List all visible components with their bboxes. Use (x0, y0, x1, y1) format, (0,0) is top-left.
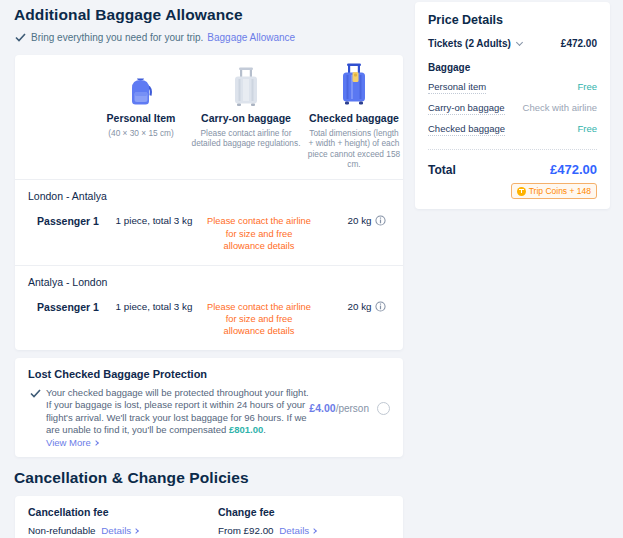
passenger-row: Passenger 1 1 piece, total 3 kg Please c… (28, 215, 390, 251)
chevron-right-icon (93, 440, 99, 446)
total-value: £472.00 (550, 162, 597, 177)
price-unit: /person (336, 403, 369, 414)
route-label: London - Antalya (28, 190, 390, 202)
checked-allowance: 20 kg (318, 301, 416, 312)
lost-protection-price-area: £4.00/person (309, 368, 390, 448)
check-icon (15, 33, 26, 42)
change-fee-value: From £92.00 Details (218, 525, 316, 536)
type-desc: Please contact airline for detailed bagg… (187, 128, 305, 149)
passenger-name: Passenger 1 (28, 301, 108, 313)
personal-item-allowance: 1 piece, total 3 kg (108, 215, 200, 226)
baggage-allowance-card: Personal Item (40 × 30 × 15 cm) (15, 55, 403, 350)
price-details-title: Price Details (428, 13, 597, 27)
passenger-row: Passenger 1 1 piece, total 3 kg Please c… (28, 301, 390, 337)
chevron-right-icon (133, 528, 139, 534)
tickets-row: Tickets (2 Adults) £472.00 (428, 38, 597, 49)
tickets-text: Tickets (2 Adults) (428, 38, 511, 49)
segment-antalya-london: Antalya - London Passenger 1 1 piece, to… (15, 266, 403, 350)
segment-london-antalya: London - Antalya Passenger 1 1 piece, to… (15, 180, 403, 264)
type-desc: Total dimensions (length + width + heigh… (305, 128, 403, 169)
chevron-down-icon[interactable] (516, 39, 523, 46)
dotted-divider (428, 149, 597, 150)
fees-card: Cancellation fee Non-refundable Details … (15, 496, 403, 538)
compensation-amount: £801.00 (229, 424, 263, 435)
trip-coins-badge[interactable]: Trip Coins + 148 (511, 183, 597, 199)
price-item-row: Carry-on baggage Check with airline (428, 102, 597, 115)
checked-suitcase-icon (305, 61, 403, 107)
type-carry-on: Carry-on baggage Please contact airline … (187, 61, 305, 169)
details-label[interactable]: Details (101, 525, 131, 536)
trip-coins-label: Trip Coins + 148 (529, 186, 591, 196)
total-row: Total £472.00 (428, 162, 597, 177)
coin-icon (517, 187, 526, 196)
protection-radio[interactable] (377, 402, 390, 415)
type-name: Personal Item (95, 112, 187, 124)
change-details-link[interactable]: Details (279, 525, 316, 536)
baggage-subtitle: Bring everything you need for your trip.… (15, 32, 403, 43)
baggage-subtitle-text: Bring everything you need for your trip. (31, 32, 203, 43)
carry-on-allowance-note: Please contact the airline for size and … (200, 215, 318, 251)
personal-item-allowance: 1 piece, total 3 kg (108, 301, 200, 312)
change-fee-text: From £92.00 (218, 525, 274, 536)
personal-item-value: Free (577, 81, 597, 92)
baggage-types-header: Personal Item (40 × 30 × 15 cm) (15, 55, 403, 179)
desc-part-2: . (263, 424, 266, 435)
checked-baggage-label: Checked baggage (428, 123, 505, 136)
price-details-card: Price Details Tickets (2 Adults) £472.00… (415, 2, 610, 209)
cancellation-fee-value: Non-refundable Details (28, 525, 218, 536)
info-icon[interactable] (375, 301, 386, 312)
carry-on-value: Check with airline (523, 102, 597, 113)
change-fee-label: Change fee (218, 506, 316, 518)
lost-protection-description: Your checked baggage will be protected t… (28, 387, 309, 436)
cancellation-details-link[interactable]: Details (101, 525, 138, 536)
chevron-right-icon (311, 528, 317, 534)
lost-baggage-protection-card: Lost Checked Baggage Protection Your che… (15, 358, 403, 457)
price-item-row: Personal item Free (428, 81, 597, 94)
page: Additional Baggage Allowance Bring every… (0, 0, 623, 538)
type-name: Carry-on baggage (187, 112, 305, 124)
price-amount: £4.00 (309, 402, 335, 414)
check-icon (30, 389, 41, 398)
cancellation-fee-block: Cancellation fee Non-refundable Details (28, 506, 218, 536)
desc-part-1: Your checked baggage will be protected t… (46, 387, 309, 435)
backpack-icon (95, 61, 187, 107)
cancellation-fee-label: Cancellation fee (28, 506, 218, 518)
details-label[interactable]: Details (279, 525, 309, 536)
type-personal-item: Personal Item (40 × 30 × 15 cm) (95, 61, 187, 169)
cancellation-fee-text: Non-refundable (28, 525, 96, 536)
checked-kg: 20 kg (348, 215, 372, 226)
baggage-allowance-link[interactable]: Baggage Allowance (207, 32, 295, 43)
policies-section-title: Cancellation & Change Policies (14, 469, 403, 487)
types-spacer (15, 61, 95, 169)
total-label: Total (428, 163, 456, 177)
trip-coins-row: Trip Coins + 148 (428, 183, 597, 199)
personal-item-label: Personal item (428, 81, 486, 94)
passenger-name: Passenger 1 (28, 215, 108, 227)
carry-on-label: Carry-on baggage (428, 102, 505, 115)
protection-price: £4.00/person (309, 402, 369, 414)
type-name: Checked baggage (305, 112, 403, 124)
type-desc: (40 × 30 × 15 cm) (95, 128, 187, 138)
lost-protection-content: Lost Checked Baggage Protection Your che… (28, 368, 309, 448)
route-label: Antalya - London (28, 276, 390, 288)
lost-protection-text: Your checked baggage will be protected t… (46, 387, 309, 436)
carry-on-allowance-note: Please contact the airline for size and … (200, 301, 318, 337)
checked-allowance: 20 kg (318, 215, 416, 226)
info-icon[interactable] (375, 215, 386, 226)
side-column: Price Details Tickets (2 Adults) £472.00… (415, 2, 610, 538)
view-more-link[interactable]: View More (46, 437, 309, 448)
type-checked: Checked baggage Total dimensions (length… (305, 61, 403, 169)
checked-baggage-value: Free (577, 123, 597, 134)
tickets-label[interactable]: Tickets (2 Adults) (428, 38, 522, 49)
carry-on-suitcase-icon (187, 61, 305, 107)
baggage-section-title: Additional Baggage Allowance (14, 6, 403, 24)
price-item-row: Checked baggage Free (428, 123, 597, 136)
checked-kg: 20 kg (348, 301, 372, 312)
change-fee-block: Change fee From £92.00 Details (218, 506, 316, 536)
tickets-value: £472.00 (561, 38, 597, 49)
baggage-group-label: Baggage (428, 62, 597, 73)
main-column: Additional Baggage Allowance Bring every… (0, 0, 403, 538)
lost-protection-title: Lost Checked Baggage Protection (28, 368, 309, 380)
view-more-label[interactable]: View More (46, 437, 91, 448)
